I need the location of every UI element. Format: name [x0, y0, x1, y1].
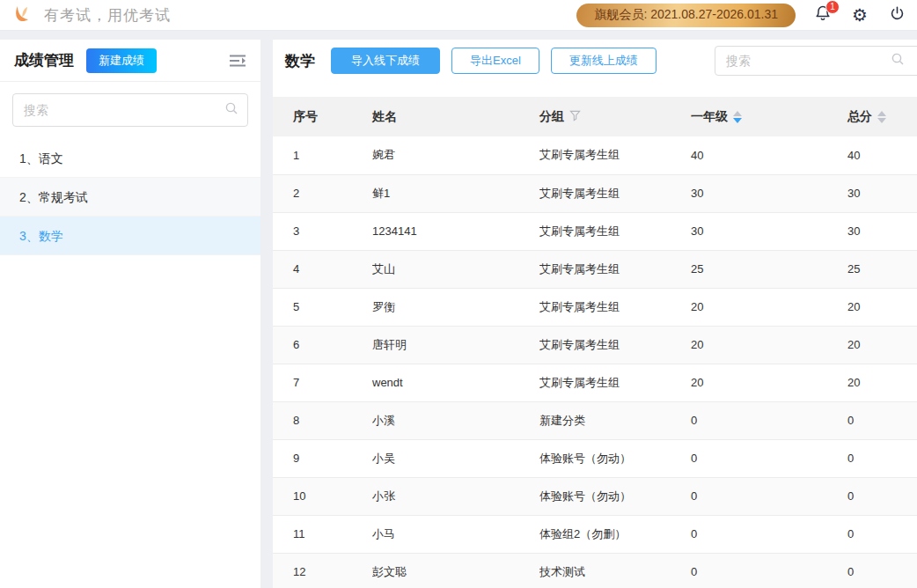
table-cell: wendt	[372, 364, 539, 401]
column-label: 一年级	[691, 109, 728, 125]
table-cell: 0	[691, 477, 847, 515]
notification-count-badge: 1	[825, 0, 840, 14]
table-cell: 0	[847, 477, 917, 515]
table-cell: 唐轩明	[372, 326, 539, 364]
settings-button[interactable]: ⚙	[850, 5, 869, 25]
table-search-input[interactable]	[715, 46, 917, 76]
table-cell: 体验账号（勿动）	[539, 477, 691, 515]
notification-bell-button[interactable]: 1	[813, 5, 833, 25]
table-cell: 40	[847, 136, 917, 174]
collapse-sidebar-button[interactable]	[229, 54, 246, 68]
table-cell: 9	[273, 439, 372, 477]
filter-funnel-icon[interactable]	[569, 110, 581, 124]
main-toolbar: 数学 导入线下成绩 导出Excel 更新线上成绩	[273, 40, 917, 82]
logout-power-button[interactable]	[887, 5, 906, 25]
table-cell: 20	[847, 364, 917, 401]
table-row[interactable]: 9小吴体验账号（勿动）00	[273, 439, 917, 477]
table-cell: 10	[273, 477, 372, 515]
table-cell: 1	[273, 136, 372, 174]
table-cell: 新建分类	[539, 401, 691, 439]
gear-icon: ⚙	[852, 6, 868, 24]
table-cell: 0	[691, 401, 847, 439]
column-header-4[interactable]: 一年级	[691, 97, 847, 136]
table-cell: 0	[847, 401, 917, 439]
main-panel: 数学 导入线下成绩 导出Excel 更新线上成绩 序号姓名分组一年级总分 1婉君…	[273, 40, 917, 588]
table-row[interactable]: 12彭文聪技术测试00	[273, 553, 917, 588]
sidebar-search	[12, 93, 248, 127]
table-row[interactable]: 8小溪新建分类00	[273, 401, 917, 439]
table-cell: 30	[691, 212, 847, 250]
table-cell: 0	[847, 439, 917, 477]
table-cell: 30	[847, 212, 917, 250]
table-cell: 20	[847, 288, 917, 326]
table-row[interactable]: 4艾山艾刷专属考生组2525	[273, 250, 917, 288]
table-cell: 8	[273, 401, 372, 439]
table-cell: 2	[273, 174, 372, 212]
table-row[interactable]: 1婉君艾刷专属考生组4040	[273, 136, 917, 174]
table-cell: 7	[273, 364, 372, 401]
table-row[interactable]: 10小张体验账号（勿动）00	[273, 477, 917, 515]
column-header-3[interactable]: 分组	[539, 97, 691, 136]
table-cell: 体验账号（勿动）	[539, 439, 691, 477]
import-offline-grades-button[interactable]: 导入线下成绩	[331, 48, 440, 74]
update-online-grades-button[interactable]: 更新线上成绩	[551, 48, 657, 74]
table-cell: 艾刷专属考生组	[539, 326, 691, 364]
table-cell: 婉君	[372, 136, 539, 174]
table-cell: 0	[691, 439, 847, 477]
column-header-1: 序号	[273, 97, 372, 136]
table-cell: 30	[691, 174, 847, 212]
table-row[interactable]: 31234141艾刷专属考生组3030	[273, 212, 917, 250]
sort-carets-icon[interactable]	[877, 111, 886, 123]
table-cell: 艾刷专属考生组	[539, 212, 691, 250]
search-icon	[224, 101, 238, 119]
header-actions: 旗舰会员: 2021.08.27-2026.01.31 1 ⚙	[576, 4, 906, 27]
page-layout: 成绩管理 新建成绩 1、语文2、常规考试3、数学 数	[0, 40, 917, 588]
menu-unfold-icon	[229, 54, 246, 68]
table-cell: 鲜1	[372, 174, 539, 212]
sort-carets-icon[interactable]	[733, 111, 742, 123]
table-cell: 艾刷专属考生组	[539, 250, 691, 288]
table-cell: 0	[847, 515, 917, 553]
table-row[interactable]: 5罗衡艾刷专属考生组2020	[273, 288, 917, 326]
table-cell: 25	[847, 250, 917, 288]
export-excel-button[interactable]: 导出Excel	[451, 48, 539, 74]
table-cell: 技术测试	[539, 553, 691, 588]
table-cell: 小张	[372, 477, 539, 515]
app-title: 有考试，用优考试	[44, 5, 171, 26]
new-grade-button[interactable]: 新建成绩	[86, 48, 157, 73]
table-cell: 4	[273, 250, 372, 288]
column-label: 序号	[293, 109, 318, 125]
table-search	[715, 46, 917, 76]
table-row[interactable]: 6唐轩明艾刷专属考生组2020	[273, 326, 917, 364]
power-icon	[889, 5, 906, 26]
table-cell: 0	[847, 553, 917, 588]
sidebar-exam-item[interactable]: 1、语文	[0, 139, 260, 178]
table-cell: 0	[691, 553, 847, 588]
table-body: 1婉君艾刷专属考生组40402鲜1艾刷专属考生组303031234141艾刷专属…	[273, 136, 917, 588]
table-cell: 5	[273, 288, 372, 326]
table-header-row: 序号姓名分组一年级总分	[273, 97, 917, 136]
table-cell: 小马	[372, 515, 539, 553]
table-cell: 艾刷专属考生组	[539, 364, 691, 401]
table-row[interactable]: 7wendt艾刷专属考生组2020	[273, 364, 917, 401]
table-cell: 30	[847, 174, 917, 212]
column-header-5[interactable]: 总分	[847, 97, 917, 136]
table-cell: 小溪	[372, 401, 539, 439]
table-cell: 6	[273, 326, 372, 364]
sidebar-exam-item[interactable]: 3、数学	[0, 217, 260, 255]
sidebar: 成绩管理 新建成绩 1、语文2、常规考试3、数学	[0, 40, 260, 588]
column-label: 总分	[847, 109, 872, 125]
table-cell: 11	[273, 515, 372, 553]
sidebar-title: 成绩管理	[14, 50, 74, 70]
table-row[interactable]: 2鲜1艾刷专属考生组3030	[273, 174, 917, 212]
sidebar-search-input[interactable]	[12, 93, 248, 127]
exam-list: 1、语文2、常规考试3、数学	[0, 139, 260, 255]
membership-badge[interactable]: 旗舰会员: 2021.08.27-2026.01.31	[576, 4, 796, 27]
column-header-2: 姓名	[372, 97, 539, 136]
table-cell: 25	[691, 250, 847, 288]
table-cell: 20	[847, 326, 917, 364]
sidebar-exam-item[interactable]: 2、常规考试	[0, 178, 260, 217]
table-row[interactable]: 11小马体验组2（勿删）00	[273, 515, 917, 553]
table-cell: 40	[691, 136, 847, 174]
table-cell: 罗衡	[372, 288, 539, 326]
